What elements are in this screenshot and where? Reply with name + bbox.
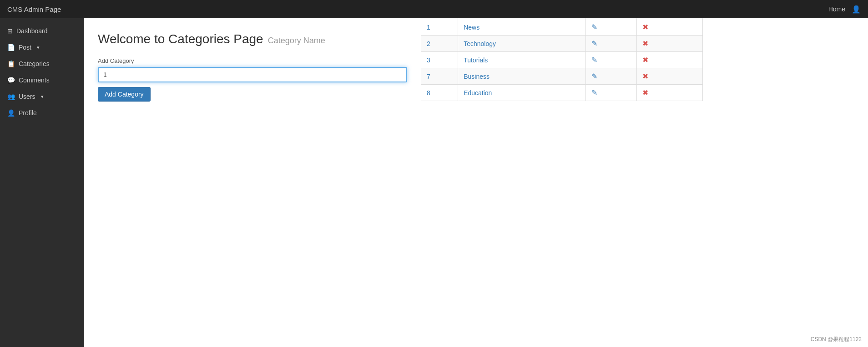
cell-edit: ✎ xyxy=(586,85,636,101)
cell-id: 3 xyxy=(421,52,458,68)
cell-id: 2 xyxy=(421,36,458,52)
id-link[interactable]: 2 xyxy=(427,40,430,47)
table-row: 8 Education ✎ ✖ xyxy=(421,85,703,101)
sidebar: ⊞ Dashboard 📄 Post 📋 Categories 💬 Commen… xyxy=(0,18,84,347)
cell-title: Tutorials xyxy=(458,52,586,68)
cell-id: 1 xyxy=(421,19,458,36)
delete-icon[interactable]: ✖ xyxy=(642,56,648,64)
navbar-right: Home 👤 xyxy=(828,5,861,14)
footer-note: CSDN @果粒程1122 xyxy=(811,336,862,343)
category-input[interactable] xyxy=(98,67,407,82)
sidebar-label-categories: Categories xyxy=(19,60,50,67)
delete-icon[interactable]: ✖ xyxy=(642,23,648,31)
id-link[interactable]: 1 xyxy=(427,24,430,31)
page-title: Welcome to Categories Page xyxy=(98,32,263,46)
edit-icon[interactable]: ✎ xyxy=(591,72,597,80)
categories-table-container: Id Categories Title Edit Delete 1 News ✎… xyxy=(421,3,703,111)
page-subtitle: Category Name xyxy=(268,36,325,46)
sidebar-label-dashboard: Dashboard xyxy=(16,27,48,35)
cell-edit: ✎ xyxy=(586,19,636,36)
sidebar-item-comments[interactable]: 💬 Comments xyxy=(0,72,84,88)
cell-title: News xyxy=(458,19,586,36)
cell-id: 8 xyxy=(421,85,458,101)
cell-delete: ✖ xyxy=(636,68,702,85)
table-row: 2 Technology ✎ ✖ xyxy=(421,36,703,52)
title-link[interactable]: Business xyxy=(464,73,490,80)
id-link[interactable]: 7 xyxy=(427,73,430,80)
user-icon: 👤 xyxy=(852,5,861,14)
home-link[interactable]: Home xyxy=(828,5,845,13)
cell-delete: ✖ xyxy=(636,36,702,52)
delete-icon[interactable]: ✖ xyxy=(642,72,648,80)
table-row: 1 News ✎ ✖ xyxy=(421,19,703,36)
navbar: CMS Admin Page Home 👤 xyxy=(0,0,868,18)
id-link[interactable]: 8 xyxy=(427,89,430,97)
sidebar-item-post[interactable]: 📄 Post xyxy=(0,39,84,56)
dashboard-icon: ⊞ xyxy=(7,27,13,35)
sidebar-item-profile[interactable]: 👤 Profile xyxy=(0,105,84,121)
comments-icon: 💬 xyxy=(7,77,15,84)
cell-delete: ✖ xyxy=(636,52,702,68)
categories-icon: 📋 xyxy=(7,60,15,67)
users-icon: 👥 xyxy=(7,93,15,100)
cell-id: 7 xyxy=(421,68,458,85)
edit-icon[interactable]: ✎ xyxy=(591,40,597,47)
layout: ⊞ Dashboard 📄 Post 📋 Categories 💬 Commen… xyxy=(0,18,868,347)
delete-icon[interactable]: ✖ xyxy=(642,40,648,47)
post-icon: 📄 xyxy=(7,44,15,51)
table-row: 7 Business ✎ ✖ xyxy=(421,68,703,85)
cell-edit: ✎ xyxy=(586,52,636,68)
cell-edit: ✎ xyxy=(586,68,636,85)
title-link[interactable]: Technology xyxy=(464,40,496,47)
sidebar-label-post: Post xyxy=(19,44,31,51)
title-link[interactable]: News xyxy=(464,24,479,31)
cell-delete: ✖ xyxy=(636,19,702,36)
cell-title: Business xyxy=(458,68,586,85)
edit-icon[interactable]: ✎ xyxy=(591,89,597,97)
title-link[interactable]: Education xyxy=(464,89,492,97)
sidebar-label-users: Users xyxy=(19,93,35,100)
edit-icon[interactable]: ✎ xyxy=(591,23,597,31)
delete-icon[interactable]: ✖ xyxy=(642,89,648,97)
sidebar-item-categories[interactable]: 📋 Categories xyxy=(0,56,84,72)
sidebar-item-dashboard[interactable]: ⊞ Dashboard xyxy=(0,23,84,39)
form-section: Add Category Add Category xyxy=(98,57,407,102)
cell-title: Education xyxy=(458,85,586,101)
id-link[interactable]: 3 xyxy=(427,56,430,64)
edit-icon[interactable]: ✎ xyxy=(591,56,597,64)
table-row: 3 Tutorials ✎ ✖ xyxy=(421,52,703,68)
cell-delete: ✖ xyxy=(636,85,702,101)
cell-edit: ✎ xyxy=(586,36,636,52)
cell-title: Technology xyxy=(458,36,586,52)
add-category-label: Add Category xyxy=(98,57,407,64)
sidebar-item-users[interactable]: 👥 Users xyxy=(0,88,84,105)
profile-icon: 👤 xyxy=(7,109,15,117)
title-link[interactable]: Tutorials xyxy=(464,56,488,64)
main-content: Welcome to Categories Page Category Name… xyxy=(84,18,868,347)
sidebar-label-comments: Comments xyxy=(19,77,50,84)
add-category-button[interactable]: Add Category xyxy=(98,87,151,102)
sidebar-label-profile: Profile xyxy=(19,109,37,117)
navbar-brand: CMS Admin Page xyxy=(7,5,61,13)
